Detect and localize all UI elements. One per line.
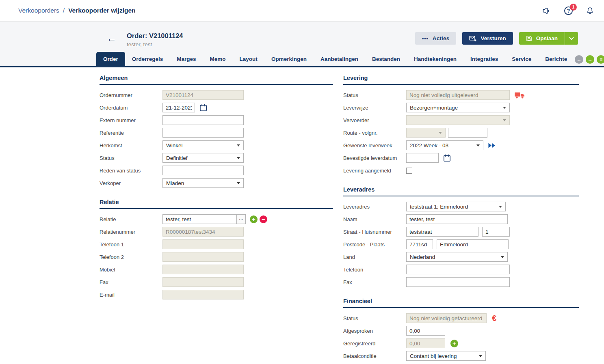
field-geregistreerd: Geregistreerd + — [343, 338, 579, 348]
chevron-down-icon — [237, 144, 240, 146]
verkoper-select[interactable]: Mladen — [162, 178, 244, 188]
add-payment-icon[interactable]: + — [450, 340, 458, 347]
remove-relatie-icon[interactable]: − — [260, 215, 267, 223]
tab-order[interactable]: Order — [96, 52, 125, 66]
field-orderdatum: Orderdatum — [100, 103, 333, 112]
field-label: Verkoper — [100, 180, 162, 186]
reden-van-status-input[interactable] — [162, 166, 244, 175]
left-column: Algemeen Ordernummer Orderdatum Extern n… — [100, 75, 333, 364]
tab-scroll-controls: ← → ≡ — [575, 55, 604, 64]
actions-button[interactable]: ••• Acties — [415, 32, 456, 45]
field-label: Mobiel — [100, 267, 162, 273]
leveradres-value: teststraat 1; Emmeloord — [410, 204, 468, 210]
status-select[interactable]: Definitief — [162, 153, 244, 163]
leverweek-value: 2022 Week - 03 — [410, 142, 448, 149]
tab-handtekeningen[interactable]: Handtekeningen — [407, 52, 463, 66]
back-arrow-icon[interactable]: ← — [106, 32, 117, 44]
tabs-menu-icon[interactable]: ≡ — [597, 55, 604, 64]
straat-input[interactable] — [406, 227, 478, 237]
field-label: Extern nummer — [100, 117, 162, 123]
tab-marges[interactable]: Marges — [170, 52, 203, 66]
chevron-down-icon — [499, 206, 502, 208]
naam-input[interactable] — [406, 214, 508, 224]
levering-aangemeld-checkbox[interactable] — [406, 168, 412, 174]
extern-nummer-input[interactable] — [162, 115, 244, 125]
breadcrumb-parent-link[interactable]: Verkooporders — [18, 7, 59, 14]
afgesproken-input[interactable] — [406, 326, 445, 336]
field-label: Betaalconditie — [343, 353, 406, 359]
help-icon[interactable]: ? 1 — [564, 6, 573, 15]
volgnr-input[interactable] — [448, 128, 487, 138]
plaats-input[interactable] — [437, 239, 509, 249]
orderdatum-input[interactable] — [162, 103, 195, 112]
field-label: Referentie — [100, 130, 162, 136]
field-label: Leverwijze — [343, 105, 406, 111]
tab-service[interactable]: Service — [505, 52, 538, 66]
land-select[interactable]: Nederland — [406, 252, 508, 262]
field-label: Leveradres — [343, 204, 406, 210]
relatie-input[interactable] — [162, 214, 237, 224]
tab-aanbetalingen[interactable]: Aanbetalingen — [314, 52, 365, 66]
save-button[interactable]: Opslaan — [519, 32, 565, 45]
send-button[interactable]: Versturen — [462, 32, 513, 45]
section-title-algemeen: Algemeen — [100, 75, 333, 85]
postcode-input[interactable] — [406, 239, 433, 249]
land-value: Nederland — [410, 254, 435, 260]
chevron-down-icon — [439, 132, 442, 134]
leveradres-fax-input[interactable] — [406, 277, 510, 287]
herkomst-select[interactable]: Winkel — [162, 140, 244, 150]
ordernummer-input — [162, 90, 244, 100]
chevron-down-icon — [479, 355, 482, 357]
send-button-label: Versturen — [481, 35, 506, 41]
field-herkomst: Herkomst Winkel — [100, 140, 333, 150]
field-label: Geregistreerd — [343, 340, 406, 347]
tabs-next-icon[interactable]: → — [586, 55, 594, 64]
tabs-prev-icon[interactable]: ← — [575, 55, 583, 64]
bevestigde-leverdatum-input[interactable] — [406, 153, 439, 163]
betaalconditie-select[interactable]: Contant bij levering — [406, 351, 486, 361]
section-title-leveradres: Leveradres — [343, 186, 579, 196]
notifications-bell-icon[interactable] — [586, 6, 594, 15]
calendar-icon[interactable] — [443, 154, 451, 162]
field-afgesproken: Afgesproken — [343, 326, 579, 336]
field-label: Naam — [343, 216, 406, 222]
tab-integraties[interactable]: Integraties — [463, 52, 505, 66]
tab-berichte[interactable]: Berichte — [538, 52, 574, 66]
telefoon-2-input — [162, 252, 244, 262]
add-relatie-icon[interactable]: + — [250, 215, 258, 223]
order-subtitle: tester, test — [127, 41, 183, 47]
relatie-lookup-button[interactable]: ... — [237, 214, 246, 224]
section-title-levering: Levering — [343, 75, 579, 85]
field-levering-status: Status — [343, 90, 579, 100]
leveradres-select[interactable]: teststraat 1; Emmeloord — [406, 202, 506, 211]
field-label: Land — [343, 254, 406, 260]
field-levering-aangemeld: Levering aangemeld — [343, 166, 579, 175]
field-label: E-mail — [100, 292, 162, 298]
field-label: Orderdatum — [100, 105, 162, 111]
calendar-icon[interactable] — [199, 104, 207, 112]
field-verkoper: Verkoper Mladen — [100, 178, 333, 188]
tab-opmerkingen[interactable]: Opmerkingen — [264, 52, 314, 66]
fast-forward-icon[interactable] — [488, 142, 496, 149]
tab-bestanden[interactable]: Bestanden — [365, 52, 407, 66]
field-label: Vervoerder — [343, 117, 406, 123]
field-bevestigde-leverdatum: Bevestigde leverdatum — [343, 153, 579, 163]
field-label: Status — [100, 155, 162, 161]
topbar: Verkooporders / Verkooporder wijzigen ? … — [0, 0, 604, 22]
chevron-down-icon — [503, 107, 506, 109]
send-envelope-icon — [469, 36, 476, 41]
tab-memo[interactable]: Memo — [203, 52, 233, 66]
tab-orderregels[interactable]: Orderregels — [125, 52, 170, 66]
announcements-icon[interactable] — [542, 6, 551, 15]
herkomst-value: Winkel — [166, 142, 183, 149]
field-label: Fax — [343, 279, 406, 285]
leveradres-telefoon-input[interactable] — [406, 265, 510, 274]
huisnummer-input[interactable] — [482, 227, 510, 237]
field-label: Telefoon — [343, 267, 406, 273]
referentie-input[interactable] — [162, 128, 244, 138]
leverweek-select[interactable]: 2022 Week - 03 — [406, 140, 483, 150]
field-label: Levering aangemeld — [343, 168, 406, 174]
save-dropdown-caret[interactable] — [565, 32, 578, 45]
tab-layout[interactable]: Layout — [233, 52, 264, 66]
leverwijze-select[interactable]: Bezorgen+montage — [406, 103, 510, 112]
